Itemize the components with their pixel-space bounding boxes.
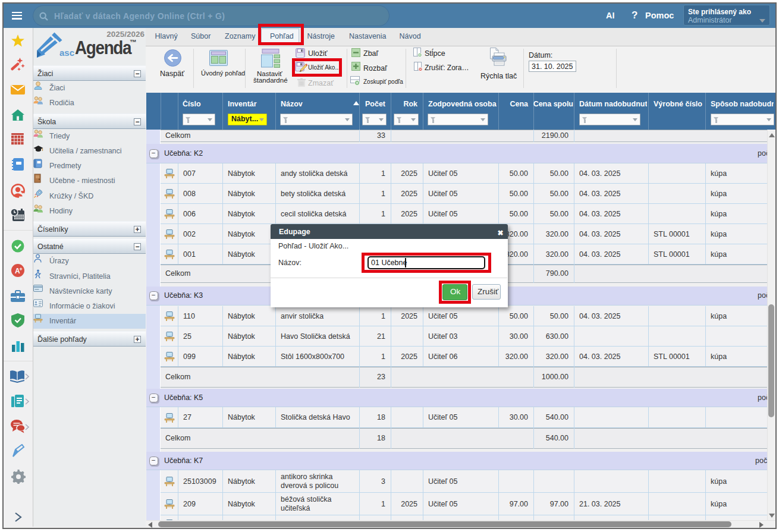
svg-text:+: + — [20, 266, 23, 272]
